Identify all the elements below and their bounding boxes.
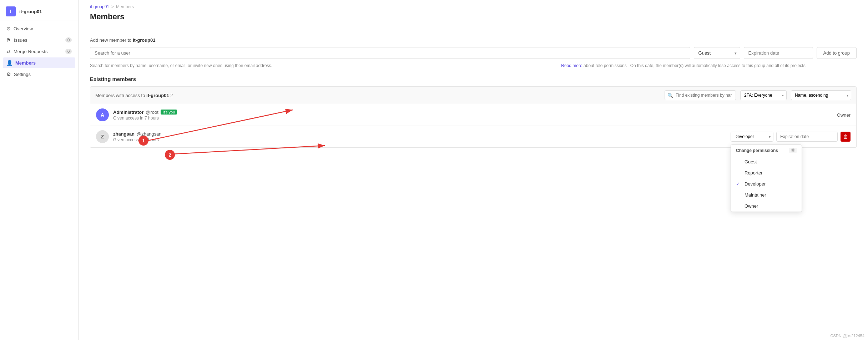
dropdown-header: Change permissions ⌘: [731, 145, 802, 156]
toolbar-group-name: it-group01: [146, 93, 169, 98]
main-content: it-group01 > Members Members Add new mem…: [79, 0, 868, 340]
member-name-row: Administrator @root It's you: [113, 110, 833, 115]
expiry-date-input[interactable]: [744, 47, 813, 59]
dropdown-option[interactable]: ✓ Developer: [731, 178, 802, 189]
merge-requests-icon: ⇄: [6, 49, 11, 54]
twofa-select[interactable]: 2FA: Everyone2FA: Enabled2FA: Disabled: [740, 90, 787, 100]
members-icon: 👤: [6, 60, 12, 66]
member-expiry-input[interactable]: [776, 132, 838, 142]
overview-icon: ⊙: [6, 26, 11, 31]
sort-select[interactable]: Name, ascendingName, descendingAccess le…: [791, 90, 851, 100]
member-info: zhangsan @zhangsan Given access in 7 hou…: [113, 131, 726, 142]
settings-icon: ⚙: [6, 71, 11, 77]
sort-select-wrap: Name, ascendingName, descendingAccess le…: [791, 90, 851, 100]
breadcrumb-separator: >: [111, 4, 114, 9]
member-search-input[interactable]: [665, 90, 736, 100]
add-member-section: Add new member to it-group01 GuestReport…: [90, 37, 857, 69]
dropdown-option-label: Maintainer: [745, 192, 766, 198]
permissions-dropdown: Change permissions ⌘ Guest Reporter: [731, 144, 802, 212]
sidebar-item-members[interactable]: 👤 Members: [3, 57, 75, 68]
member-name-row: zhangsan @zhangsan: [113, 131, 726, 137]
breadcrumb-group-link[interactable]: it-group01: [90, 4, 109, 9]
issues-icon: ⚑: [6, 37, 11, 43]
check-icon: ✓: [736, 181, 742, 187]
sidebar-label-issues: Issues: [14, 37, 27, 43]
owner-label: Owner: [837, 112, 851, 118]
existing-members-section: Existing members Members with access to …: [90, 76, 857, 148]
search-icon: 🔍: [667, 93, 673, 98]
member-name: Administrator: [113, 110, 143, 115]
sidebar-header: I it-group01: [0, 3, 78, 20]
dropdown-option[interactable]: Owner: [731, 201, 802, 212]
sidebar-item-merge-requests[interactable]: ⇄ Merge Requests 0: [3, 46, 75, 57]
breadcrumb: it-group01 > Members: [90, 0, 857, 12]
search-user-input[interactable]: [90, 47, 690, 59]
member-avatar: A: [96, 108, 109, 121]
member-access: Given access in 7 hours: [113, 116, 833, 121]
member-info: Administrator @root It's you Given acces…: [113, 110, 833, 121]
role-select-wrap: GuestReporterDeveloperMaintainerOwner: [694, 47, 740, 59]
members-count: 2: [170, 93, 173, 98]
dropdown-option[interactable]: Reporter: [731, 167, 802, 178]
add-member-row: GuestReporterDeveloperMaintainerOwner Ad…: [90, 47, 857, 59]
member-role-select-wrap: GuestReporterDeveloperMaintainerOwner Ch…: [731, 132, 773, 142]
sidebar-item-settings[interactable]: ⚙ Settings: [3, 69, 75, 80]
badge-issues: 0: [65, 37, 72, 42]
page-title: Members: [90, 12, 857, 21]
member-handle: @zhangsan: [137, 131, 162, 137]
watermark: CSDN @jks212454: [830, 334, 864, 338]
search-helper-text: Search for members by name, username, or…: [90, 62, 557, 69]
member-avatar: Z: [96, 130, 109, 143]
delete-member-button[interactable]: 🗑: [841, 132, 851, 142]
its-you-badge: It's you: [161, 110, 177, 115]
dropdown-option-label: Owner: [745, 203, 758, 209]
add-member-label: Add new member to it-group01: [90, 37, 857, 43]
sidebar: I it-group01 ⊙ Overview ⚑ Issues 0 ⇄ Mer…: [0, 0, 79, 340]
dropdown-option-label: Reporter: [745, 170, 763, 176]
divider: [90, 30, 857, 30]
dropdown-option[interactable]: Guest: [731, 156, 802, 167]
sidebar-item-overview[interactable]: ⊙ Overview: [3, 23, 75, 34]
add-to-group-button[interactable]: Add to group: [817, 47, 857, 59]
dropdown-option-label: Developer: [745, 181, 766, 187]
member-role-select[interactable]: GuestReporterDeveloperMaintainerOwner: [731, 132, 773, 142]
members-access-text: Members with access to it-group01 2: [95, 93, 660, 98]
member-item: Z zhangsan @zhangsan Given access in 7 h…: [90, 126, 856, 147]
badge-merge-requests: 0: [65, 49, 72, 54]
sidebar-nav: ⊙ Overview ⚑ Issues 0 ⇄ Merge Requests 0…: [0, 23, 78, 80]
sidebar-label-overview: Overview: [14, 26, 33, 31]
breadcrumb-current: Members: [116, 4, 134, 9]
dropdown-option[interactable]: Maintainer: [731, 189, 802, 201]
member-actions: GuestReporterDeveloperMaintainerOwner Ch…: [731, 132, 851, 142]
helper-row: Search for members by name, username, or…: [90, 62, 857, 69]
add-member-group-name: it-group01: [133, 37, 156, 43]
dropdown-option-label: Guest: [745, 159, 757, 164]
member-list: A Administrator @root It's you Given acc…: [90, 104, 857, 148]
role-helper-text: Read more about role permissions: [561, 62, 626, 69]
existing-members-title: Existing members: [90, 76, 857, 82]
expiry-helper-text: On this date, the member(s) will automat…: [630, 62, 807, 69]
group-name: it-group01: [19, 9, 42, 14]
group-avatar: I: [6, 6, 16, 16]
member-item: A Administrator @root It's you Given acc…: [90, 104, 856, 126]
member-actions: Owner: [837, 112, 851, 118]
member-name: zhangsan: [113, 131, 135, 137]
member-access: Given access in 7 hours: [113, 137, 726, 142]
member-search-wrap: 🔍: [665, 90, 736, 100]
sidebar-label-members: Members: [15, 60, 36, 66]
read-more-link[interactable]: Read more: [561, 63, 582, 68]
role-select[interactable]: GuestReporterDeveloperMaintainerOwner: [694, 47, 740, 59]
twofa-select-wrap: 2FA: Everyone2FA: Enabled2FA: Disabled: [740, 90, 787, 100]
sidebar-label-merge-requests: Merge Requests: [14, 49, 47, 54]
dropdown-shortcut: ⌘: [789, 148, 797, 153]
member-handle: @root: [146, 110, 158, 115]
user-search-wrap: [90, 47, 690, 59]
members-toolbar: Members with access to it-group01 2 🔍 2F…: [90, 86, 857, 104]
sidebar-label-settings: Settings: [14, 72, 31, 77]
sidebar-item-issues[interactable]: ⚑ Issues 0: [3, 35, 75, 45]
